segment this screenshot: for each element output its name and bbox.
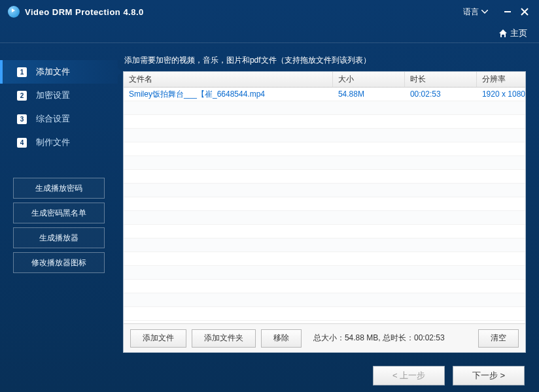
cell	[477, 184, 525, 197]
cell	[333, 101, 405, 114]
table-row[interactable]	[124, 115, 525, 129]
cell	[333, 211, 405, 224]
cell	[333, 238, 405, 252]
instruction-text: 添加需要加密的视频，音乐，图片和pdf文件（支持拖放文件到该列表）	[124, 55, 526, 66]
cell: 00:02:53	[405, 88, 477, 101]
cell	[124, 225, 333, 238]
cell	[333, 184, 405, 197]
clear-button[interactable]: 清空	[478, 329, 519, 348]
cell	[124, 280, 333, 293]
col-resolution[interactable]: 分辨率	[477, 72, 525, 87]
cell	[405, 266, 477, 279]
cell	[333, 115, 405, 128]
cell	[333, 197, 405, 210]
cell	[477, 293, 525, 306]
cell	[333, 225, 405, 238]
table-row[interactable]	[124, 252, 525, 266]
table-row[interactable]	[124, 266, 525, 280]
cell	[405, 101, 477, 114]
cell	[405, 156, 477, 169]
next-button[interactable]: 下一步 >	[453, 366, 525, 385]
body: 1添加文件2加密设置3综合设置4制作文件 生成播放密码生成密码黑名单生成播放器修…	[0, 43, 539, 359]
table-row[interactable]	[124, 293, 525, 307]
prev-button[interactable]: < 上一步	[373, 366, 445, 385]
app-logo-icon	[8, 6, 20, 18]
table-row[interactable]	[124, 129, 525, 142]
add-folder-button[interactable]: 添加文件夹	[192, 329, 256, 348]
sidebar-button-1[interactable]: 生成密码黑名单	[13, 203, 105, 223]
cell	[333, 252, 405, 265]
cell	[124, 156, 333, 169]
close-button[interactable]	[518, 5, 531, 18]
cell	[333, 129, 405, 142]
language-dropdown[interactable]: 语言	[463, 7, 488, 18]
step-label: 制作文件	[36, 137, 70, 148]
cell	[405, 129, 477, 142]
table-body[interactable]: Smiley饭拍舞台___【崔_6648544.mp454.88M00:02:5…	[124, 88, 525, 323]
cell	[477, 197, 525, 210]
main-panel: 添加需要加密的视频，音乐，图片和pdf文件（支持拖放文件到该列表） 文件名 大小…	[118, 43, 539, 359]
table-row[interactable]	[124, 170, 525, 184]
cell	[124, 307, 333, 320]
sidebar: 1添加文件2加密设置3综合设置4制作文件 生成播放密码生成密码黑名单生成播放器修…	[0, 43, 118, 359]
cell	[405, 197, 477, 210]
cell	[124, 252, 333, 265]
table-row[interactable]	[124, 307, 525, 321]
cell: Smiley饭拍舞台___【崔_6648544.mp4	[124, 88, 333, 101]
cell	[477, 142, 525, 155]
cell: 1920 x 1080	[477, 88, 525, 101]
cell	[405, 307, 477, 320]
table-row[interactable]	[124, 142, 525, 156]
col-filename[interactable]: 文件名	[124, 72, 333, 87]
step-label: 添加文件	[36, 66, 70, 78]
table-row[interactable]: Smiley饭拍舞台___【崔_6648544.mp454.88M00:02:5…	[124, 88, 525, 101]
cell	[124, 238, 333, 252]
table-row[interactable]	[124, 197, 525, 211]
cell	[477, 225, 525, 238]
cell	[477, 129, 525, 142]
table-row[interactable]	[124, 280, 525, 293]
chevron-down-icon	[481, 10, 488, 14]
table-row[interactable]	[124, 101, 525, 115]
sidebar-step-4[interactable]: 4制作文件	[0, 131, 118, 154]
table-row[interactable]	[124, 184, 525, 197]
step-number: 1	[17, 67, 27, 77]
sidebar-step-3[interactable]: 3综合设置	[0, 107, 118, 131]
home-link[interactable]: 主页	[498, 27, 527, 39]
cell	[405, 225, 477, 238]
table-header: 文件名 大小 时长 分辨率	[124, 72, 525, 88]
titlebar: Video DRM Protection 4.8.0 语言	[0, 0, 539, 24]
cell	[124, 170, 333, 183]
step-number: 3	[17, 114, 27, 124]
sidebar-step-1[interactable]: 1添加文件	[0, 60, 118, 84]
cell	[477, 252, 525, 265]
sidebar-step-2[interactable]: 2加密设置	[0, 84, 118, 107]
minimize-button[interactable]	[501, 5, 514, 18]
summary-text: 总大小：54.88 MB, 总时长：00:02:53	[307, 333, 473, 344]
col-duration[interactable]: 时长	[405, 72, 477, 87]
cell	[405, 238, 477, 252]
col-size[interactable]: 大小	[333, 72, 405, 87]
table-row[interactable]	[124, 225, 525, 238]
language-label: 语言	[463, 7, 479, 18]
sidebar-button-0[interactable]: 生成播放密码	[13, 178, 105, 199]
cell	[124, 101, 333, 114]
home-label: 主页	[510, 27, 527, 39]
cell	[405, 211, 477, 224]
table-row[interactable]	[124, 211, 525, 225]
table-row[interactable]	[124, 238, 525, 252]
cell	[477, 156, 525, 169]
remove-button[interactable]: 移除	[261, 329, 302, 348]
sidebar-button-2[interactable]: 生成播放器	[13, 227, 105, 248]
table-row[interactable]	[124, 156, 525, 170]
sidebar-button-3[interactable]: 修改播放器图标	[13, 252, 105, 273]
cell	[477, 266, 525, 279]
app-window: Video DRM Protection 4.8.0 语言 主页 1添加文件2加…	[0, 0, 539, 392]
cell	[333, 280, 405, 293]
cell	[124, 184, 333, 197]
cell	[333, 156, 405, 169]
add-file-button[interactable]: 添加文件	[130, 329, 186, 348]
close-icon	[521, 8, 529, 16]
cell	[124, 211, 333, 224]
cell	[333, 293, 405, 306]
